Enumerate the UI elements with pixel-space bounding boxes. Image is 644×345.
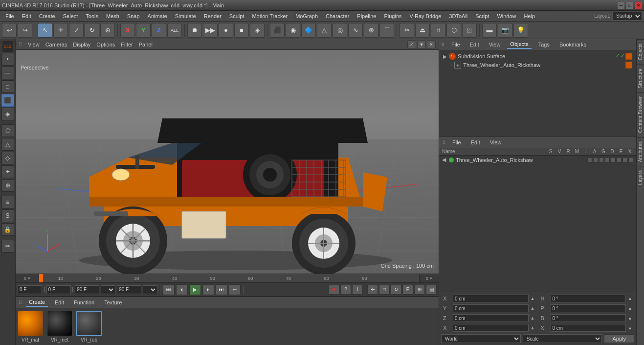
viewport-options-menu[interactable]: Options — [96, 42, 115, 47]
playback-current-frame[interactable] — [46, 285, 71, 294]
cube-view-button[interactable]: ⬛ — [270, 23, 285, 38]
light-button[interactable]: 💡 — [513, 23, 528, 38]
playback-sel-icon[interactable]: □ — [379, 285, 390, 295]
right-tab-structure[interactable]: Structure — [637, 64, 644, 92]
menu-file[interactable]: File — [2, 12, 18, 20]
tab-objects[interactable]: Objects — [507, 40, 531, 49]
anim-rec-button[interactable]: ● — [219, 23, 233, 38]
menu-simulate[interactable]: Simulate — [172, 12, 200, 20]
menu-render[interactable]: Render — [200, 12, 225, 20]
coord-scale-dropdown[interactable]: Scale — [523, 334, 602, 343]
playback-view-icon[interactable]: ▤ — [426, 285, 437, 295]
next-frame-button[interactable]: ⏵ — [202, 284, 214, 295]
anim-stop-button[interactable]: ■ — [234, 23, 249, 38]
coord-h-input[interactable] — [551, 295, 626, 302]
sphere-view-button[interactable]: ◉ — [286, 23, 300, 38]
mat-tab-function[interactable]: Function — [71, 299, 97, 306]
left-tool4-button[interactable]: ◇ — [1, 152, 14, 164]
playback-help-button[interactable]: ? — [340, 285, 351, 295]
record-button[interactable]: ⏺ — [187, 23, 202, 38]
cylinder-view-button[interactable]: 🔷 — [301, 23, 316, 38]
left-tool1-button[interactable]: ◈ — [1, 108, 14, 120]
left-layer1-button[interactable]: ≡ — [1, 196, 14, 208]
tab-bookmarks[interactable]: Bookmarks — [556, 41, 589, 48]
menu-plugins[interactable]: Plugins — [380, 12, 405, 20]
attrs-tab-file[interactable]: File — [449, 138, 464, 146]
menu-tools[interactable]: Tools — [82, 12, 102, 20]
cone-view-button[interactable]: △ — [317, 23, 332, 38]
timeline[interactable]: 0 F 10 20 30 40 50 60 70 80 90 — [16, 274, 439, 282]
viewport-down-button[interactable]: ▼ — [417, 40, 426, 49]
material-vr-mat[interactable]: VR_mat — [18, 311, 43, 343]
coord-z-pos-input[interactable] — [453, 314, 529, 322]
x-axis-button[interactable]: X — [120, 23, 135, 38]
attrs-content[interactable]: ◀ Three_Wheeler_Auto_Rickshaw — [439, 156, 636, 292]
left-points-button[interactable]: • — [1, 53, 14, 66]
undo-button[interactable]: ↩ — [2, 23, 17, 38]
viewport-view-menu[interactable]: View — [28, 42, 40, 47]
left-snap-button[interactable]: 🔒 — [1, 223, 14, 236]
left-paint-button[interactable]: ✏ — [1, 240, 14, 253]
all-axes-button[interactable]: ALL — [167, 23, 182, 38]
right-tab-attributes[interactable]: Attributes — [637, 137, 644, 166]
close-button[interactable]: ✕ — [635, 2, 642, 9]
playback-record-button[interactable]: ⏺ — [329, 285, 339, 295]
coord-x2-input[interactable] — [453, 324, 529, 332]
coord-x2s-up[interactable]: ▲ — [628, 325, 632, 330]
coord-x-up[interactable]: ▲ — [531, 296, 535, 301]
minimize-button[interactable]: ─ — [618, 2, 624, 9]
viewport-panel-menu[interactable]: Panel — [139, 42, 153, 47]
prev-frame-button[interactable]: ⏴ — [176, 284, 188, 295]
coord-b-up[interactable]: ▲ — [628, 316, 632, 321]
menu-snap[interactable]: Snap — [124, 12, 143, 20]
play-button[interactable]: ▶ — [189, 284, 201, 295]
coord-world-dropdown[interactable]: World — [441, 334, 521, 343]
left-tool6-button[interactable]: ⊕ — [1, 179, 14, 192]
left-obj-button[interactable]: ⬛ — [1, 94, 14, 107]
y-axis-button[interactable]: Y — [136, 23, 151, 38]
obj-subdivision-surface[interactable]: ▶ S Subdivision Surface ✓ ✓ — [441, 52, 634, 61]
floor-button[interactable]: ▬ — [482, 23, 497, 38]
spline-button[interactable]: ⌒ — [379, 23, 394, 38]
z-axis-button[interactable]: Z — [152, 23, 166, 38]
right-tab-layers[interactable]: Layers — [637, 166, 644, 189]
coord-x2-up[interactable]: ▲ — [531, 325, 535, 330]
coord-y-pos-input[interactable] — [453, 304, 529, 312]
menu-3dtoall[interactable]: 3DToAll — [445, 12, 471, 20]
menu-mograph[interactable]: MoGraph — [292, 12, 321, 20]
coord-h-up[interactable]: ▲ — [628, 296, 632, 301]
playback-fps2-dropdown[interactable] — [143, 285, 157, 294]
coord-p-up[interactable]: ▲ — [628, 306, 632, 311]
coord-p-input[interactable] — [551, 304, 626, 312]
camera-button[interactable]: 📷 — [498, 23, 512, 38]
menu-edit[interactable]: Edit — [19, 12, 35, 20]
move-tool-button[interactable]: ✛ — [53, 23, 68, 38]
rotate-tool-button[interactable]: ↻ — [85, 23, 99, 38]
apply-button[interactable]: Apply — [604, 334, 634, 343]
tab-view-objs[interactable]: View — [486, 41, 504, 48]
timeline-marker[interactable] — [39, 274, 43, 282]
menu-animate[interactable]: Animate — [144, 12, 171, 20]
left-edges-button[interactable]: — — [1, 67, 14, 79]
bevel-button[interactable]: ⌗ — [431, 23, 445, 38]
goto-end-button[interactable]: ⏭ — [216, 284, 227, 295]
coord-b-input[interactable] — [551, 314, 626, 322]
attrs-tab-edit[interactable]: Edit — [468, 138, 483, 146]
viewport-close-button[interactable]: ✕ — [427, 40, 436, 49]
viewport-cameras-menu[interactable]: Cameras — [45, 42, 67, 47]
nurbs-button[interactable]: ∿ — [348, 23, 363, 38]
menu-create[interactable]: Create — [36, 12, 59, 20]
viewport-display-menu[interactable]: Display — [73, 42, 90, 47]
attrs-tab-view[interactable]: View — [487, 138, 505, 146]
metaball-button[interactable]: ⊛ — [364, 23, 378, 38]
coord-x-pos-input[interactable] — [453, 295, 529, 302]
viewport-canvas[interactable]: X Y Z Perspective Grid Spacing : 100 cm — [16, 50, 439, 274]
playback-end-frame[interactable] — [117, 285, 141, 294]
menu-mesh[interactable]: Mesh — [103, 12, 123, 20]
viewport-expand-button[interactable]: ⤢ — [407, 40, 416, 49]
menu-character[interactable]: Character — [322, 12, 353, 20]
menu-motion-tracker[interactable]: Motion Tracker — [248, 12, 291, 20]
menu-window[interactable]: Window — [493, 12, 519, 20]
menu-script[interactable]: Script — [472, 12, 492, 20]
transform-tool-button[interactable]: ⊕ — [100, 23, 115, 38]
